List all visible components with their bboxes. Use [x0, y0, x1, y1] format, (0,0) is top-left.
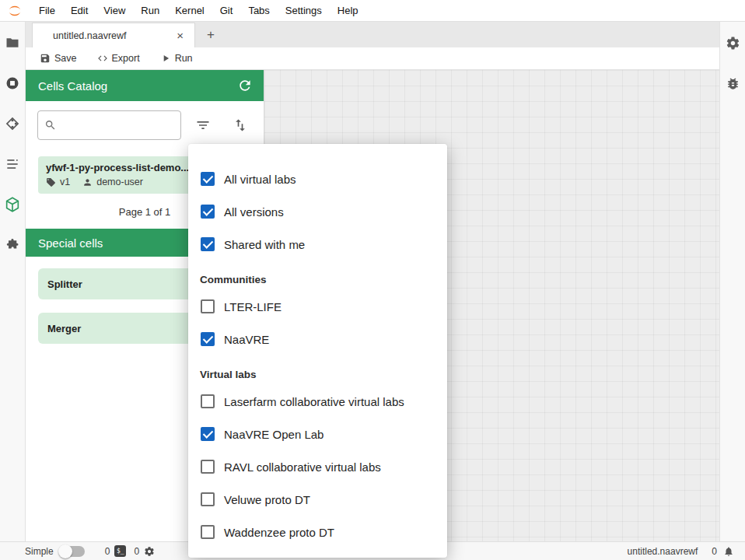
notifications-count: 0 — [712, 546, 717, 557]
run-play-icon — [160, 53, 171, 64]
catalog-search-row — [37, 110, 264, 141]
checkbox[interactable] — [201, 237, 215, 251]
save-button[interactable]: Save — [40, 53, 77, 64]
search-input[interactable] — [61, 120, 174, 131]
debugger-bug-icon[interactable] — [724, 75, 741, 92]
filter-option-label: All versions — [224, 205, 284, 219]
filter-option-label: LTER-LIFE — [224, 300, 282, 313]
menu-git[interactable]: Git — [212, 0, 241, 22]
terminals-count: 0 — [105, 546, 110, 557]
checkbox[interactable] — [201, 394, 215, 408]
cell-owner: demo-user — [96, 177, 143, 187]
save-label: Save — [54, 53, 77, 64]
checkbox[interactable] — [201, 299, 215, 313]
filter-option-naavre[interactable]: NaaVRE — [188, 323, 447, 355]
search-icon — [44, 118, 57, 132]
checkbox[interactable] — [201, 172, 215, 186]
git-icon[interactable] — [4, 115, 21, 132]
checkbox[interactable] — [201, 460, 215, 474]
filter-option-naavre-open-lab[interactable]: NaaVRE Open Lab — [188, 418, 447, 450]
extensions-puzzle-icon[interactable] — [4, 236, 21, 254]
menu-bar: File Edit View Run Kernel Git Tabs Setti… — [0, 0, 745, 22]
filter-option-label: NaaVRE — [224, 333, 269, 346]
notebook-toolbar: Save Export Run — [26, 47, 719, 70]
filter-option-label: All virtual labs — [224, 173, 296, 186]
menu-help[interactable]: Help — [330, 0, 366, 22]
cell-version: v1 — [60, 177, 70, 187]
status-file-name: untitled.naavrewf — [628, 546, 698, 557]
filter-option-label: Waddenzee proto DT — [224, 526, 334, 539]
right-sidebar — [719, 22, 745, 541]
run-label: Run — [175, 53, 193, 64]
filter-option-all-virtual-labs[interactable]: All virtual labs — [188, 163, 447, 195]
table-of-contents-icon[interactable] — [4, 156, 21, 173]
left-sidebar — [0, 22, 26, 541]
refresh-icon[interactable] — [237, 78, 253, 93]
checkbox[interactable] — [201, 332, 215, 346]
file-browser-icon[interactable] — [4, 34, 21, 51]
checkbox[interactable] — [201, 205, 215, 219]
menu-run[interactable]: Run — [133, 0, 167, 22]
filter-icon[interactable] — [195, 117, 211, 133]
terminal-icon[interactable]: $_ — [114, 545, 126, 557]
search-box[interactable] — [37, 110, 181, 140]
run-button[interactable]: Run — [160, 53, 193, 64]
tab-bar: untitled.naavrewf × + — [26, 22, 719, 47]
cells-catalog-header: Cells Catalog — [26, 70, 264, 101]
special-cells-title: Special cells — [38, 236, 103, 250]
property-inspector-gear-icon[interactable] — [724, 34, 741, 51]
filter-section-communities: Communities — [188, 270, 447, 290]
menu-settings[interactable]: Settings — [278, 0, 330, 22]
new-tab-button[interactable]: + — [200, 24, 222, 46]
bell-icon[interactable] — [723, 546, 734, 557]
simple-mode-label: Simple — [25, 546, 54, 557]
filter-option-label: Shared with me — [224, 238, 305, 251]
naavre-cube-icon[interactable] — [4, 196, 21, 213]
filter-popover: All virtual labs All versions Shared wit… — [188, 144, 447, 558]
checkbox[interactable] — [201, 427, 215, 441]
export-button[interactable]: Export — [97, 53, 140, 64]
filter-option-label: Laserfarm collaborative virtual labs — [224, 395, 404, 408]
code-export-icon — [97, 53, 108, 64]
filter-option-ravl[interactable]: RAVL collaborative virtual labs — [188, 450, 447, 483]
export-label: Export — [112, 53, 140, 64]
menu-edit[interactable]: Edit — [63, 0, 96, 22]
cells-catalog-title: Cells Catalog — [38, 79, 107, 93]
tab-label: untitled.naavrewf — [53, 30, 127, 41]
tag-icon — [46, 177, 56, 187]
running-sessions-icon[interactable] — [4, 75, 21, 92]
filter-option-lter-life[interactable]: LTER-LIFE — [188, 290, 447, 323]
filter-option-veluwe-proto-dt[interactable]: Veluwe proto DT — [188, 483, 447, 516]
person-icon — [82, 177, 93, 187]
simple-mode-toggle[interactable] — [60, 546, 85, 557]
jupyter-logo-icon — [7, 3, 23, 19]
menu-file[interactable]: File — [31, 0, 63, 22]
close-icon[interactable]: × — [173, 28, 187, 43]
kernel-icon[interactable] — [144, 546, 155, 557]
menu-tabs[interactable]: Tabs — [240, 0, 277, 22]
save-icon — [40, 53, 51, 64]
tab-untitled-naavrewf[interactable]: untitled.naavrewf × — [32, 23, 195, 47]
checkbox[interactable] — [201, 525, 215, 539]
filter-option-label: NaaVRE Open Lab — [224, 428, 324, 441]
filter-section-virtual-labs: Virtual labs — [188, 365, 447, 385]
menu-view[interactable]: View — [96, 0, 133, 22]
filter-option-waddenzee-proto-dt[interactable]: Waddenzee proto DT — [188, 516, 447, 548]
kernels-count: 0 — [134, 546, 139, 557]
toggle-knob — [58, 544, 72, 558]
filter-option-laserfarm[interactable]: Laserfarm collaborative virtual labs — [188, 385, 447, 418]
filter-option-label: Veluwe proto DT — [224, 493, 310, 506]
status-bar-right: untitled.naavrewf 0 — [628, 546, 734, 557]
filter-option-shared-with-me[interactable]: Shared with me — [188, 228, 447, 261]
filter-option-all-versions[interactable]: All versions — [188, 195, 447, 228]
checkbox[interactable] — [201, 492, 215, 506]
menu-kernel[interactable]: Kernel — [167, 0, 212, 22]
sort-icon[interactable] — [233, 117, 248, 133]
filter-option-label: RAVL collaborative virtual labs — [224, 460, 381, 474]
